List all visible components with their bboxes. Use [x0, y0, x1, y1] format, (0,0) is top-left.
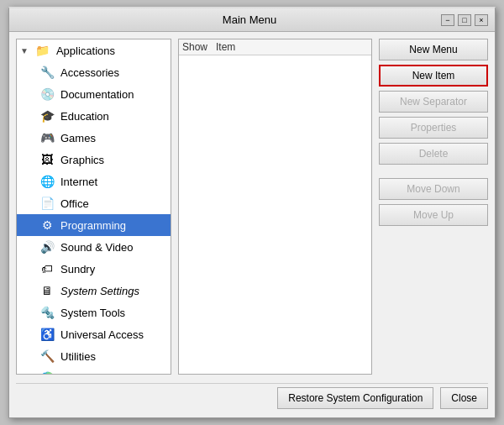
- menu-item-label: Accessories: [60, 66, 119, 79]
- menu-item-label: Web Applications: [60, 372, 144, 375]
- list-item[interactable]: ⚙ Programming: [17, 214, 171, 236]
- maximize-button[interactable]: □: [458, 14, 471, 26]
- titlebar: Main Menu − □ ×: [9, 8, 495, 32]
- internet-icon: 🌐: [39, 173, 55, 190]
- new-item-button[interactable]: New Item: [379, 65, 488, 87]
- menu-item-label: Universal Access: [60, 328, 144, 341]
- properties-button[interactable]: Properties: [379, 117, 488, 139]
- move-up-button[interactable]: Move Up: [379, 204, 488, 226]
- list-item[interactable]: 🖼 Graphics: [17, 149, 171, 171]
- universal-access-icon: ♿: [39, 326, 55, 343]
- utilities-icon: 🔨: [39, 348, 55, 365]
- minimize-button[interactable]: −: [441, 14, 454, 26]
- programming-icon: ⚙: [39, 217, 55, 233]
- list-item[interactable]: 🔊 Sound & Video: [17, 236, 171, 258]
- menu-item-label: System Tools: [60, 307, 125, 319]
- list-item[interactable]: 🔨 Utilities: [17, 345, 171, 367]
- sound-video-icon: 🔊: [39, 239, 55, 255]
- menu-item-label: Graphics: [60, 154, 104, 166]
- menu-item-label: Utilities: [60, 350, 96, 363]
- list-item[interactable]: 🎓 Education: [17, 105, 171, 127]
- menu-item-label: Office: [60, 197, 89, 210]
- list-item[interactable]: 🏷 Sundry: [17, 258, 171, 280]
- new-menu-button[interactable]: New Menu: [379, 39, 488, 60]
- main-window: Main Menu − □ × ▼ 📁 Applications 🔧 Acces…: [8, 7, 496, 418]
- menu-item-label: Documentation: [60, 88, 134, 101]
- column-header: Show Item: [179, 39, 371, 55]
- menu-tree[interactable]: ▼ 📁 Applications 🔧 Accessories 💿 Documen…: [16, 39, 171, 375]
- system-tools-icon: 🔩: [39, 304, 55, 321]
- list-item[interactable]: 🔧 Accessories: [17, 61, 171, 83]
- toggle-arrow-icon: ▼: [20, 46, 29, 55]
- education-icon: 🎓: [39, 108, 55, 124]
- applications-icon: 📁: [34, 42, 51, 59]
- list-item[interactable]: 🌐 Internet: [17, 171, 171, 192]
- window-title: Main Menu: [58, 13, 441, 26]
- list-item[interactable]: 🌍 Web Applications: [17, 367, 171, 375]
- close-window-button[interactable]: ×: [475, 14, 488, 26]
- menu-item-label: Games: [60, 132, 96, 144]
- games-icon: 🎮: [39, 129, 55, 146]
- list-item[interactable]: 💿 Documentation: [17, 83, 171, 105]
- menu-item-label: Applications: [56, 45, 115, 57]
- menu-item-label: Sound & Video: [60, 241, 134, 254]
- sundry-icon: 🏷: [39, 260, 55, 277]
- office-icon: 📄: [39, 195, 55, 212]
- move-down-button[interactable]: Move Down: [379, 178, 488, 200]
- web-apps-icon: 🌍: [39, 370, 55, 375]
- system-settings-icon: 🖥: [39, 282, 55, 299]
- content-area: ▼ 📁 Applications 🔧 Accessories 💿 Documen…: [9, 32, 495, 417]
- close-button[interactable]: Close: [440, 387, 488, 409]
- list-item[interactable]: ▼ 📁 Applications: [17, 39, 171, 61]
- documentation-icon: 💿: [39, 86, 55, 102]
- accessories-icon: 🔧: [39, 64, 55, 81]
- main-area: ▼ 📁 Applications 🔧 Accessories 💿 Documen…: [16, 39, 488, 375]
- list-item[interactable]: ♿ Universal Access: [17, 323, 171, 345]
- action-buttons-panel: New Menu New Item New Separator Properti…: [379, 39, 488, 375]
- menu-item-label: Sundry: [60, 263, 95, 275]
- graphics-icon: 🖼: [39, 151, 55, 168]
- window-controls: − □ ×: [441, 14, 488, 26]
- list-item[interactable]: 📄 Office: [17, 192, 171, 214]
- item-list-panel: Show Item: [178, 39, 372, 375]
- delete-button[interactable]: Delete: [379, 143, 488, 165]
- item-column-header: Item: [216, 41, 368, 53]
- menu-item-label: System Settings: [60, 285, 139, 297]
- restore-button[interactable]: Restore System Configuration: [277, 387, 433, 409]
- list-item[interactable]: 🔩 System Tools: [17, 302, 171, 323]
- menu-item-label: Programming: [60, 219, 126, 232]
- menu-item-label: Education: [60, 110, 109, 123]
- bottom-bar: Restore System Configuration Close: [16, 383, 488, 411]
- list-item[interactable]: 🖥 System Settings: [17, 280, 171, 302]
- list-item[interactable]: 🎮 Games: [17, 127, 171, 149]
- menu-item-label: Internet: [60, 176, 97, 188]
- show-column-header: Show: [182, 41, 216, 53]
- new-separator-button[interactable]: New Separator: [379, 91, 488, 113]
